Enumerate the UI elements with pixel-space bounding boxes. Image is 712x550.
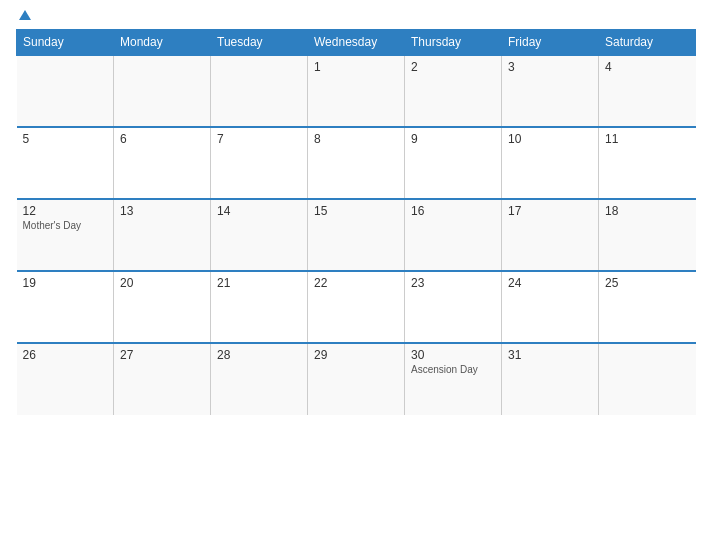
calendar-header: SundayMondayTuesdayWednesdayThursdayFrid… bbox=[17, 30, 696, 56]
calendar-cell bbox=[17, 55, 114, 127]
day-number: 17 bbox=[508, 204, 592, 218]
calendar-cell bbox=[599, 343, 696, 415]
calendar-cell: 29 bbox=[308, 343, 405, 415]
calendar-cell: 17 bbox=[502, 199, 599, 271]
day-event: Ascension Day bbox=[411, 364, 495, 375]
calendar-cell: 26 bbox=[17, 343, 114, 415]
day-number: 12 bbox=[23, 204, 108, 218]
calendar-cell: 23 bbox=[405, 271, 502, 343]
day-number: 8 bbox=[314, 132, 398, 146]
logo bbox=[16, 10, 31, 21]
calendar-cell: 18 bbox=[599, 199, 696, 271]
day-number: 2 bbox=[411, 60, 495, 74]
calendar-cell: 30Ascension Day bbox=[405, 343, 502, 415]
calendar-cell: 8 bbox=[308, 127, 405, 199]
day-number: 7 bbox=[217, 132, 301, 146]
day-number: 23 bbox=[411, 276, 495, 290]
calendar-week-row: 1234 bbox=[17, 55, 696, 127]
day-number: 3 bbox=[508, 60, 592, 74]
calendar-cell bbox=[114, 55, 211, 127]
day-number: 22 bbox=[314, 276, 398, 290]
day-event: Mother's Day bbox=[23, 220, 108, 231]
weekday-header-friday: Friday bbox=[502, 30, 599, 56]
day-number: 18 bbox=[605, 204, 690, 218]
calendar-cell: 1 bbox=[308, 55, 405, 127]
calendar-cell: 9 bbox=[405, 127, 502, 199]
day-number: 27 bbox=[120, 348, 204, 362]
day-number: 1 bbox=[314, 60, 398, 74]
calendar-week-row: 12Mother's Day131415161718 bbox=[17, 199, 696, 271]
calendar-cell: 7 bbox=[211, 127, 308, 199]
calendar-cell: 16 bbox=[405, 199, 502, 271]
day-number: 16 bbox=[411, 204, 495, 218]
calendar-cell: 15 bbox=[308, 199, 405, 271]
calendar-cell: 6 bbox=[114, 127, 211, 199]
day-number: 19 bbox=[23, 276, 108, 290]
day-number: 13 bbox=[120, 204, 204, 218]
calendar-cell: 13 bbox=[114, 199, 211, 271]
day-number: 29 bbox=[314, 348, 398, 362]
day-number: 9 bbox=[411, 132, 495, 146]
calendar-page: SundayMondayTuesdayWednesdayThursdayFrid… bbox=[0, 0, 712, 550]
day-number: 6 bbox=[120, 132, 204, 146]
weekday-header-sunday: Sunday bbox=[17, 30, 114, 56]
calendar-cell: 24 bbox=[502, 271, 599, 343]
weekday-header-monday: Monday bbox=[114, 30, 211, 56]
header bbox=[16, 10, 696, 21]
calendar-week-row: 19202122232425 bbox=[17, 271, 696, 343]
calendar-cell: 25 bbox=[599, 271, 696, 343]
weekday-header-saturday: Saturday bbox=[599, 30, 696, 56]
day-number: 14 bbox=[217, 204, 301, 218]
logo-general-text bbox=[16, 10, 31, 21]
day-number: 4 bbox=[605, 60, 690, 74]
calendar-cell: 28 bbox=[211, 343, 308, 415]
day-number: 25 bbox=[605, 276, 690, 290]
calendar-body: 123456789101112Mother's Day1314151617181… bbox=[17, 55, 696, 415]
weekday-header-wednesday: Wednesday bbox=[308, 30, 405, 56]
day-number: 26 bbox=[23, 348, 108, 362]
calendar-cell: 21 bbox=[211, 271, 308, 343]
calendar-cell: 22 bbox=[308, 271, 405, 343]
day-number: 20 bbox=[120, 276, 204, 290]
calendar-cell: 20 bbox=[114, 271, 211, 343]
day-number: 15 bbox=[314, 204, 398, 218]
day-number: 5 bbox=[23, 132, 108, 146]
weekday-header-thursday: Thursday bbox=[405, 30, 502, 56]
logo-triangle-icon bbox=[19, 10, 31, 20]
calendar-week-row: 567891011 bbox=[17, 127, 696, 199]
calendar-cell: 10 bbox=[502, 127, 599, 199]
calendar-table: SundayMondayTuesdayWednesdayThursdayFrid… bbox=[16, 29, 696, 415]
calendar-cell: 12Mother's Day bbox=[17, 199, 114, 271]
weekday-header-row: SundayMondayTuesdayWednesdayThursdayFrid… bbox=[17, 30, 696, 56]
day-number: 10 bbox=[508, 132, 592, 146]
day-number: 11 bbox=[605, 132, 690, 146]
calendar-cell bbox=[211, 55, 308, 127]
day-number: 31 bbox=[508, 348, 592, 362]
weekday-header-tuesday: Tuesday bbox=[211, 30, 308, 56]
calendar-cell: 2 bbox=[405, 55, 502, 127]
calendar-week-row: 2627282930Ascension Day31 bbox=[17, 343, 696, 415]
calendar-cell: 27 bbox=[114, 343, 211, 415]
calendar-cell: 5 bbox=[17, 127, 114, 199]
calendar-cell: 11 bbox=[599, 127, 696, 199]
day-number: 21 bbox=[217, 276, 301, 290]
calendar-cell: 31 bbox=[502, 343, 599, 415]
calendar-cell: 14 bbox=[211, 199, 308, 271]
calendar-cell: 4 bbox=[599, 55, 696, 127]
calendar-cell: 19 bbox=[17, 271, 114, 343]
day-number: 24 bbox=[508, 276, 592, 290]
calendar-cell: 3 bbox=[502, 55, 599, 127]
day-number: 28 bbox=[217, 348, 301, 362]
day-number: 30 bbox=[411, 348, 495, 362]
